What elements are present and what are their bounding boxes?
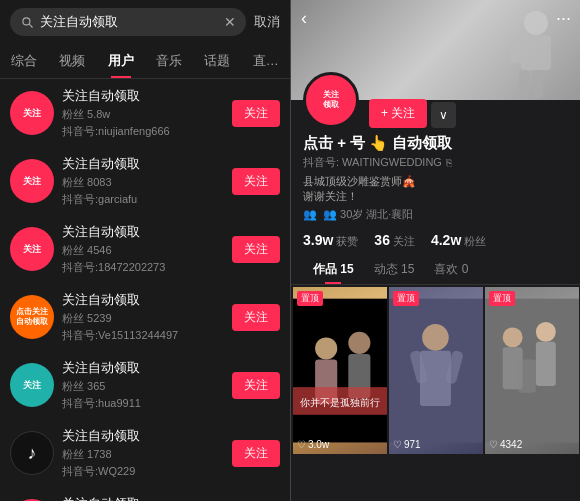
likes-count: 4342 [500, 439, 522, 450]
profile-tag-text: 👥 30岁 湖北·襄阳 [323, 207, 413, 222]
tab-live[interactable]: 直… [242, 44, 290, 78]
profile-follow-button[interactable]: + 关注 [369, 99, 427, 128]
video-grid: 你并不是孤独前行 置顶 ♡ 3.0w 置顶 ♡ 971 [291, 285, 580, 501]
following-number: 36 [374, 232, 390, 248]
video-likes: ♡ 4342 [489, 439, 522, 450]
video-likes: ♡ 3.0w [297, 439, 329, 450]
profile-dropdown-button[interactable]: ∨ [431, 102, 456, 128]
tab-dynamic[interactable]: 动态 15 [364, 255, 425, 284]
user-id: 抖音号:niujianfeng666 [62, 124, 224, 139]
user-fans: 粉丝 5.8w [62, 107, 224, 122]
video-likes: ♡ 971 [393, 439, 421, 450]
avatar-label: 关注 [23, 380, 41, 391]
avatar: 关注 [10, 91, 54, 135]
user-id: 抖音号:hua9911 [62, 396, 224, 411]
user-fans: 粉丝 1738 [62, 447, 224, 462]
avatar-label: 关注 [23, 176, 41, 187]
profile-nickname: 点击 + 号 👆 自动领取 [303, 134, 569, 153]
user-name: 关注自动领取 [62, 427, 224, 445]
svg-rect-5 [293, 298, 387, 442]
profile-id-text: 抖音号: WAITINGWEDDING [303, 155, 442, 170]
right-panel: ‹ ··· 关注 领取 + 关注 ∨ 点击 + 号 👆 自动领取 抖音号: WA… [291, 0, 580, 501]
fans-label: 粉丝 [464, 234, 486, 249]
list-item[interactable]: 关注 关注自动领取 粉丝 5.8w 抖音号:niujianfeng666 关注 [0, 79, 290, 147]
heart-icon: ♡ [297, 439, 306, 450]
follow-button[interactable]: 关注 [232, 440, 280, 467]
user-info: 关注自动领取 粉丝 4546 抖音号:18472202273 [62, 223, 224, 275]
svg-point-18 [503, 327, 523, 347]
svg-rect-1 [521, 35, 551, 70]
thumb-figure-1: 你并不是孤独前行 [293, 287, 387, 454]
list-item[interactable]: 关注 关注自动领取 粉丝 1296 抖音号:dyp31f2qtum3 关注 [0, 487, 290, 501]
user-info: 关注自动领取 粉丝 365 抖音号:hua9911 [62, 359, 224, 411]
user-info: 关注自动领取 粉丝 8083 抖音号:garciafu [62, 155, 224, 207]
stat-fans[interactable]: 4.2w 粉丝 [431, 232, 486, 249]
user-name: 关注自动领取 [62, 291, 224, 309]
list-item[interactable]: 关注 关注自动领取 粉丝 365 抖音号:hua9911 关注 [0, 351, 290, 419]
user-name: 关注自动领取 [62, 87, 224, 105]
user-name: 关注自动领取 [62, 359, 224, 377]
heart-icon: ♡ [489, 439, 498, 450]
user-fans: 粉丝 5239 [62, 311, 224, 326]
svg-point-8 [348, 332, 370, 354]
video-badge: 置顶 [297, 291, 323, 306]
user-id: 抖音号:WQ229 [62, 464, 224, 479]
avatar-label: 关注 [23, 244, 41, 255]
list-item[interactable]: ♪ 关注自动领取 粉丝 1738 抖音号:WQ229 关注 [0, 419, 290, 487]
profile-stats: 3.9w 获赞 36 关注 4.2w 粉丝 [291, 226, 580, 255]
search-bar: ✕ 取消 [0, 0, 290, 44]
search-clear-icon[interactable]: ✕ [224, 14, 236, 30]
list-item[interactable]: 关注 关注自动领取 粉丝 8083 抖音号:garciafu 关注 [0, 147, 290, 215]
tag-group-icon: 👥 [303, 208, 317, 221]
user-info: 关注自动领取 粉丝 1296 抖音号:dyp31f2qtum3 [62, 495, 224, 501]
tab-topic[interactable]: 话题 [193, 44, 241, 78]
avatar-label: ♪ [28, 443, 37, 464]
profile-bio: 县城顶级沙雕鉴赏师🎪 谢谢关注！ [303, 174, 569, 205]
search-input[interactable] [40, 15, 218, 30]
video-thumb[interactable]: 置顶 ♡ 4342 [485, 287, 579, 454]
more-button[interactable]: ··· [556, 8, 571, 29]
tab-video[interactable]: 视频 [48, 44, 96, 78]
follow-button[interactable]: 关注 [232, 168, 280, 195]
user-info: 关注自动领取 粉丝 5.8w 抖音号:niujianfeng666 [62, 87, 224, 139]
cancel-button[interactable]: 取消 [254, 13, 280, 31]
follow-button[interactable]: 关注 [232, 372, 280, 399]
video-thumb[interactable]: 置顶 ♡ 971 [389, 287, 483, 454]
profile-avatar-text: 关注 领取 [323, 90, 339, 109]
stat-following[interactable]: 36 关注 [374, 232, 415, 249]
profile-header-nav: ‹ ··· [291, 0, 580, 37]
tab-comprehensive[interactable]: 综合 [0, 44, 48, 78]
user-id: 抖音号:Ve15113244497 [62, 328, 224, 343]
svg-rect-21 [536, 342, 556, 386]
tab-works[interactable]: 作品 15 [303, 255, 364, 284]
user-id: 抖音号:18472202273 [62, 260, 224, 275]
follow-button[interactable]: 关注 [232, 236, 280, 263]
profile-tags: 👥 👥 30岁 湖北·襄阳 [303, 207, 569, 222]
user-name: 关注自动领取 [62, 155, 224, 173]
back-button[interactable]: ‹ [301, 8, 307, 29]
likes-count: 971 [404, 439, 421, 450]
thumb-figure-2 [389, 287, 483, 454]
acquired-label: 获赞 [336, 234, 358, 249]
list-item[interactable]: 点击关注 自动领取 关注自动领取 粉丝 5239 抖音号:Ve151132444… [0, 283, 290, 351]
video-thumb[interactable]: 你并不是孤独前行 置顶 ♡ 3.0w [293, 287, 387, 454]
user-info: 关注自动领取 粉丝 5239 抖音号:Ve15113244497 [62, 291, 224, 343]
following-label: 关注 [393, 234, 415, 249]
list-item[interactable]: 关注 关注自动领取 粉丝 4546 抖音号:18472202273 关注 [0, 215, 290, 283]
svg-rect-22 [518, 359, 536, 392]
profile-avatar: 关注 领取 [303, 72, 359, 128]
fans-number: 4.2w [431, 232, 461, 248]
tab-user[interactable]: 用户 [97, 44, 145, 78]
tab-music[interactable]: 音乐 [145, 44, 193, 78]
svg-point-13 [422, 324, 449, 351]
avatar: 点击关注 自动领取 [10, 295, 54, 339]
avatar: 关注 [10, 227, 54, 271]
tab-likes[interactable]: 喜欢 0 [424, 255, 478, 284]
follow-button[interactable]: 关注 [232, 100, 280, 127]
user-fans: 粉丝 4546 [62, 243, 224, 258]
user-id: 抖音号:garciafu [62, 192, 224, 207]
copy-icon[interactable]: ⎘ [446, 157, 452, 168]
bio-line2: 谢谢关注！ [303, 189, 569, 204]
heart-icon: ♡ [393, 439, 402, 450]
follow-button[interactable]: 关注 [232, 304, 280, 331]
